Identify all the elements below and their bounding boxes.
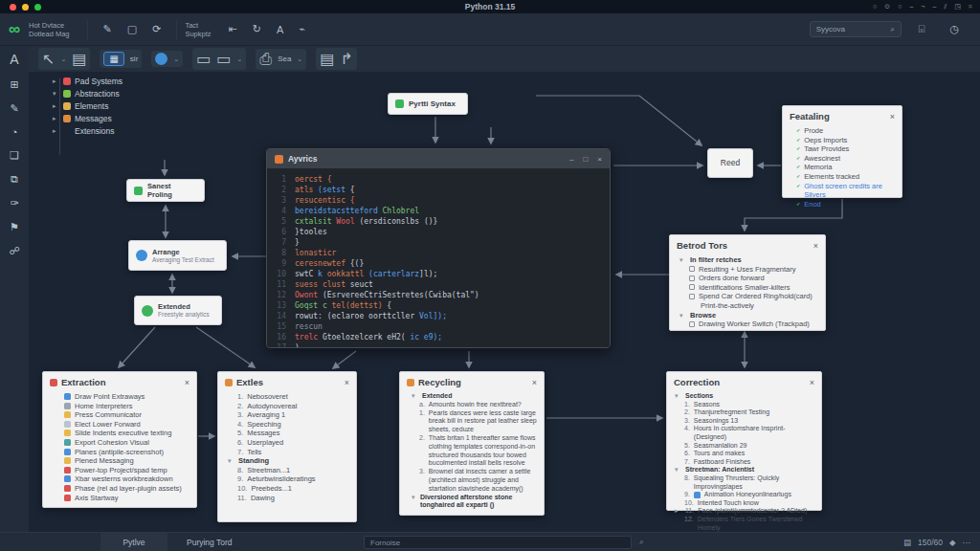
list-item[interactable]: Phase (rel ad layer-plugin assets) (64, 484, 190, 494)
list-item[interactable]: 4.Speeching (237, 420, 350, 430)
skip-start-icon[interactable]: ⇤ (220, 20, 244, 38)
zoom-window-icon[interactable] (34, 4, 41, 11)
list-item[interactable]: Plened Messaging (64, 456, 190, 466)
selected-tool-button[interactable]: ▦ (103, 52, 123, 66)
pencil-tool-icon[interactable]: ✎ (10, 102, 18, 115)
code-area[interactable]: 1oercst {2atls (setst {3resucentisc {4 b… (267, 168, 610, 348)
syntax-badge[interactable]: Pyrtti Syntax (388, 93, 468, 115)
checkbox[interactable] (689, 284, 695, 290)
list-item[interactable]: Spend Car Ordered Ring/hold(card) (679, 292, 819, 301)
list-item[interactable]: 2.Autodynovereal (237, 402, 350, 411)
close-icon[interactable]: × (185, 378, 189, 387)
list-item[interactable]: 7.Fastboard Finishes (675, 458, 815, 467)
color-chevron-icon[interactable]: ⌄ (173, 55, 179, 63)
list-item[interactable]: Resulting + Uses Fragmentary (679, 265, 819, 275)
dash2-icon[interactable]: – (932, 3, 936, 11)
list-item[interactable]: ▾Streetman: Ancientist (675, 466, 815, 474)
undo-icon[interactable]: ↖ (42, 50, 55, 68)
panel-icon[interactable]: ▭ (196, 50, 211, 68)
record-icon[interactable]: ○ (873, 3, 877, 11)
node-sanest-proling[interactable]: Sanest Proling (126, 179, 205, 202)
refresh-icon[interactable]: ⟳ (145, 20, 168, 38)
list-item[interactable]: 7.Tells (237, 448, 350, 457)
list-item[interactable]: ▸11.Face /plainti(ummtodcenter ? ADted) (675, 507, 815, 516)
list-item[interactable]: 12.Defenders Tiers Gones Twersterwd Home… (675, 516, 815, 532)
checkbox[interactable] (689, 321, 695, 327)
close-icon[interactable]: × (532, 378, 537, 387)
link-icon[interactable]: ⌁ (291, 20, 313, 38)
panel-icon[interactable]: ▭ (216, 50, 231, 68)
pie-icon[interactable]: ◔ (11, 126, 18, 138)
list-item[interactable]: 1.Nebosoveret (237, 392, 350, 402)
panel-featuring[interactable]: Feataling × ✔Prode✔Oeps Imports✔Tawr Pro… (782, 105, 902, 198)
node-reed[interactable]: Reed (707, 148, 753, 178)
list-item[interactable]: Planes (antipile-screenshot) (64, 448, 190, 457)
table-icon[interactable]: ⊞ (10, 78, 18, 91)
list-item[interactable]: ✔Awescinest (796, 154, 896, 164)
close-icon[interactable]: × (810, 378, 814, 387)
list-item[interactable]: Xbar westerns workbreakdown (64, 474, 190, 484)
editor-minimize-icon[interactable]: – (569, 155, 573, 164)
list-item[interactable]: Orders done forward (679, 274, 819, 283)
badge-icon[interactable]: ⌻ (911, 20, 933, 38)
list-item[interactable]: Home Interpreters (64, 402, 190, 411)
list-item[interactable]: 9.Animation Honeyonlinearlugs (675, 491, 815, 499)
list-item[interactable]: 5.Messages (237, 429, 350, 438)
close-icon[interactable]: × (890, 112, 895, 121)
list-item[interactable]: 2.Thanjurefregment Testing (675, 408, 815, 417)
list-item[interactable]: 5.Seasmanlalion 29 (675, 442, 815, 451)
node-arrange[interactable]: Arrange Averaging Test Extract (128, 240, 227, 271)
list-item[interactable]: ✔Oeps Imports (796, 136, 896, 145)
list-item[interactable]: Elect Lower Forward (64, 420, 190, 430)
list-item[interactable]: 2.Thats britan 1 thereafter same flows c… (412, 434, 538, 468)
list-item[interactable]: 9.Aeturbwinslideratings (237, 474, 350, 484)
list-item[interactable]: Export Cohesion Visual (64, 438, 190, 448)
corner-icon[interactable]: ¬ (921, 3, 924, 11)
tree-item[interactable]: ▸Pad Systems (53, 75, 122, 87)
anchor-icon[interactable]: ☍ (9, 245, 19, 257)
list-item[interactable]: 6.Userplayed (237, 438, 350, 448)
comment-icon[interactable]: ❏ (10, 149, 19, 162)
list-item[interactable]: Print-the-actively (679, 301, 819, 311)
list-item[interactable]: 3.Seasonings 13 (675, 417, 815, 426)
list-item[interactable]: 10.Intented Touch know (675, 499, 815, 508)
text-tool-icon[interactable]: A (10, 52, 18, 67)
status-mode[interactable]: Pytlve (100, 533, 167, 551)
list-item[interactable]: ✔Enod (796, 200, 896, 209)
jump-icon[interactable]: ↱ (340, 50, 352, 68)
target-icon[interactable]: ⊙ (884, 3, 890, 11)
checkbox[interactable] (689, 294, 695, 299)
section-header[interactable]: ▾Browse (679, 311, 819, 320)
list-item[interactable]: 11.Dawing (237, 494, 350, 503)
list-item[interactable]: ✔Memoria (796, 163, 896, 172)
list-item[interactable]: 8.Squealing Thrusters: Quickly Improving… (675, 474, 815, 491)
editor-titlebar[interactable]: Ayvrics – □ × (267, 149, 610, 168)
dash-icon[interactable]: – (909, 3, 913, 11)
status-search-icon[interactable]: ⌕ (639, 537, 644, 547)
text-style-icon[interactable]: A (269, 21, 291, 38)
color-swatch-button[interactable] (155, 53, 167, 65)
close-window-icon[interactable] (10, 4, 16, 11)
panel-betrod-tors[interactable]: Betrod Tors × ▾In filter retchesResultin… (669, 234, 826, 331)
pages-icon[interactable]: ⧉ (11, 173, 18, 186)
tree-item[interactable]: ▾Abstractions (53, 87, 122, 99)
folder-icon[interactable]: ▤ (72, 50, 86, 68)
circle-icon[interactable]: ○ (898, 3, 902, 11)
list-item[interactable]: 3.Averaging 1 (237, 410, 350, 420)
list-item[interactable]: Slide Indents executive texting (64, 429, 190, 438)
tree-item[interactable]: ▸Extensions (53, 124, 122, 137)
checkbox[interactable] (689, 266, 695, 272)
slashes-icon[interactable]: ⫽ (944, 3, 947, 11)
pencil-icon[interactable]: ✎ (96, 20, 120, 38)
close-icon[interactable]: × (345, 378, 349, 387)
list-item[interactable]: ✔Prode (796, 126, 896, 136)
node-extended[interactable]: Extended Freestyle analytics (134, 296, 222, 325)
panel-extles[interactable]: Extles × 1.Nebosoveret2.Autodynovereal3.… (217, 371, 357, 522)
list-item[interactable]: 1.Seasons (675, 401, 815, 409)
frame-icon[interactable]: ▢ (120, 20, 145, 38)
grid-icon[interactable]: ⌗ (969, 3, 972, 11)
list-item[interactable]: Draw Point Extraways (64, 392, 190, 402)
status-input[interactable]: Fornoise (364, 536, 632, 549)
list-item[interactable]: 6.Tours and makes (675, 450, 815, 458)
list-item[interactable]: 3.Brownel dat insects camer a settle (ar… (412, 468, 538, 493)
